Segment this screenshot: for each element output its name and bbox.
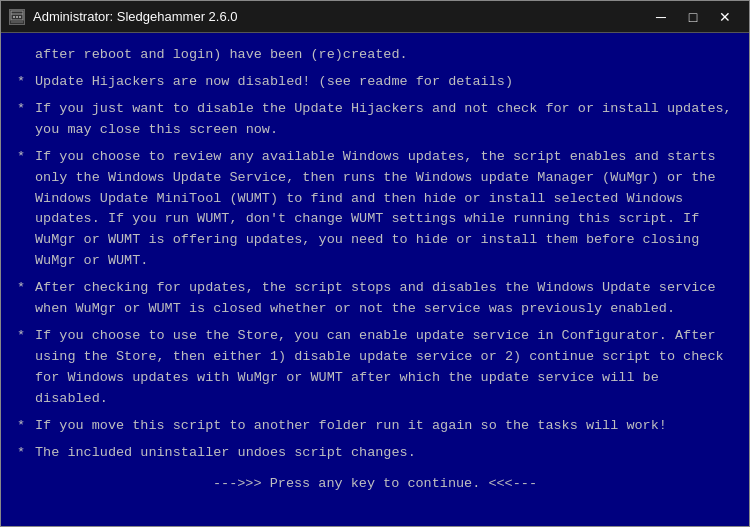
bullet-star-2: * <box>17 147 31 273</box>
maximize-button[interactable]: □ <box>677 1 709 33</box>
bullet-item-3: *After checking for updates, the script … <box>17 278 733 320</box>
title-bar-buttons: ─ □ ✕ <box>645 1 741 33</box>
bullet-text-2: If you choose to review any available Wi… <box>35 147 733 273</box>
svg-rect-1 <box>11 20 23 23</box>
minimize-button[interactable]: ─ <box>645 1 677 33</box>
bullet-item-1: *If you just want to disable the Update … <box>17 99 733 141</box>
bullet-item-4: *If you choose to use the Store, you can… <box>17 326 733 410</box>
window-icon <box>9 9 25 25</box>
bullet-text-6: The included uninstaller undoes script c… <box>35 443 733 464</box>
bullet-text-1: If you just want to disable the Update H… <box>35 99 733 141</box>
bullet-text-0: Update Hijackers are now disabled! (see … <box>35 72 733 93</box>
bullet-star-0: * <box>17 72 31 93</box>
svg-rect-3 <box>13 16 15 18</box>
svg-rect-4 <box>16 16 18 18</box>
bullets-list: *Update Hijackers are now disabled! (see… <box>17 72 733 464</box>
svg-rect-0 <box>11 11 23 20</box>
bullet-item-6: *The included uninstaller undoes script … <box>17 443 733 464</box>
bullet-star-4: * <box>17 326 31 410</box>
console-area: after reboot and login) have been (re)cr… <box>1 33 749 526</box>
main-window: Administrator: Sledgehammer 2.6.0 ─ □ ✕ … <box>0 0 750 527</box>
bullet-star-5: * <box>17 416 31 437</box>
bullet-text-5: If you move this script to another folde… <box>35 416 733 437</box>
bullet-item-5: *If you move this script to another fold… <box>17 416 733 437</box>
bullet-text-4: If you choose to use the Store, you can … <box>35 326 733 410</box>
bullet-star-3: * <box>17 278 31 320</box>
bullet-text-3: After checking for updates, the script s… <box>35 278 733 320</box>
title-bar: Administrator: Sledgehammer 2.6.0 ─ □ ✕ <box>1 1 749 33</box>
bullet-star-6: * <box>17 443 31 464</box>
title-bar-text: Administrator: Sledgehammer 2.6.0 <box>33 9 645 24</box>
svg-rect-5 <box>19 16 21 18</box>
close-button[interactable]: ✕ <box>709 1 741 33</box>
bullet-star-1: * <box>17 99 31 141</box>
press-any-key-text: --->>> Press any key to continue. <<<--- <box>17 474 733 495</box>
top-line: after reboot and login) have been (re)cr… <box>17 45 733 66</box>
bullet-item-0: *Update Hijackers are now disabled! (see… <box>17 72 733 93</box>
bullet-item-2: *If you choose to review any available W… <box>17 147 733 273</box>
